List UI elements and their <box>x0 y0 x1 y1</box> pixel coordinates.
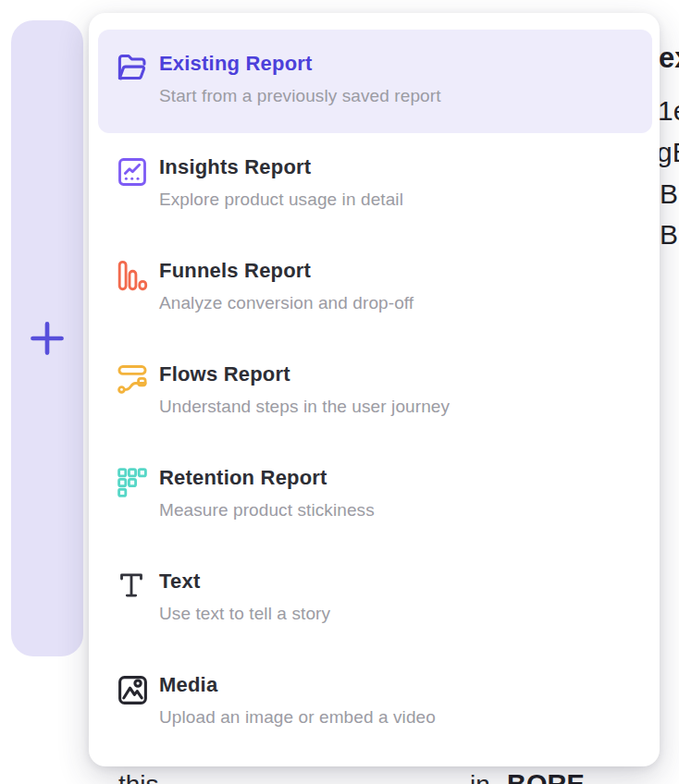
menu-item-retention-report[interactable]: Retention Report Measure product stickin… <box>98 444 652 547</box>
background-text-fragment: in <box>470 772 490 784</box>
folder-open-icon <box>116 52 151 87</box>
menu-item-insights-report[interactable]: Insights Report Explore product usage in… <box>98 133 652 237</box>
media-image-icon <box>116 673 151 708</box>
menu-item-description: Use text to tell a story <box>159 604 330 624</box>
add-to-board-button[interactable] <box>27 318 68 359</box>
menu-item-description: Understand steps in the user journey <box>159 397 450 417</box>
board-add-rail <box>11 20 83 656</box>
background-text-fragment: B <box>660 221 678 249</box>
menu-item-label: Existing Report <box>159 52 441 76</box>
menu-item-label: Insights Report <box>159 155 403 179</box>
menu-item-funnels-report[interactable]: Funnels Report Analyze conversion and dr… <box>98 237 652 340</box>
background-text-fragment: B <box>660 180 678 208</box>
menu-item-existing-report[interactable]: Existing Report Start from a previously … <box>98 30 652 133</box>
insights-chart-icon <box>116 155 151 190</box>
background-text-fragment: gB <box>657 139 679 166</box>
menu-item-label: Retention Report <box>159 466 375 490</box>
menu-item-media[interactable]: Media Upload an image or embed a video <box>98 651 652 754</box>
menu-item-text[interactable]: Text Use text to tell a story <box>98 547 652 651</box>
menu-item-description: Measure product stickiness <box>159 500 375 521</box>
add-report-menu: Existing Report Start from a previously … <box>89 13 660 766</box>
funnel-bars-icon <box>116 259 151 294</box>
menu-item-description: Upload an image or embed a video <box>159 707 436 728</box>
background-text-fragment: this <box>118 772 159 784</box>
menu-item-description: Start from a previously saved report <box>159 86 441 106</box>
menu-item-description: Explore product usage in detail <box>159 190 403 210</box>
menu-item-label: Flows Report <box>159 362 450 386</box>
menu-item-label: Text <box>159 570 330 594</box>
menu-item-label: Funnels Report <box>159 259 414 283</box>
flows-path-icon <box>116 362 151 398</box>
retention-grid-icon <box>116 466 151 501</box>
background-text-fragment: ex <box>659 43 679 72</box>
text-icon <box>116 570 151 605</box>
menu-item-description: Analyze conversion and drop-off <box>159 293 414 313</box>
menu-item-label: Media <box>159 673 436 697</box>
plus-icon <box>29 320 66 357</box>
background-text-fragment: BORE <box>507 771 585 784</box>
background-text-fragment: 1e <box>658 97 679 125</box>
menu-item-flows-report[interactable]: Flows Report Understand steps in the use… <box>98 340 652 444</box>
